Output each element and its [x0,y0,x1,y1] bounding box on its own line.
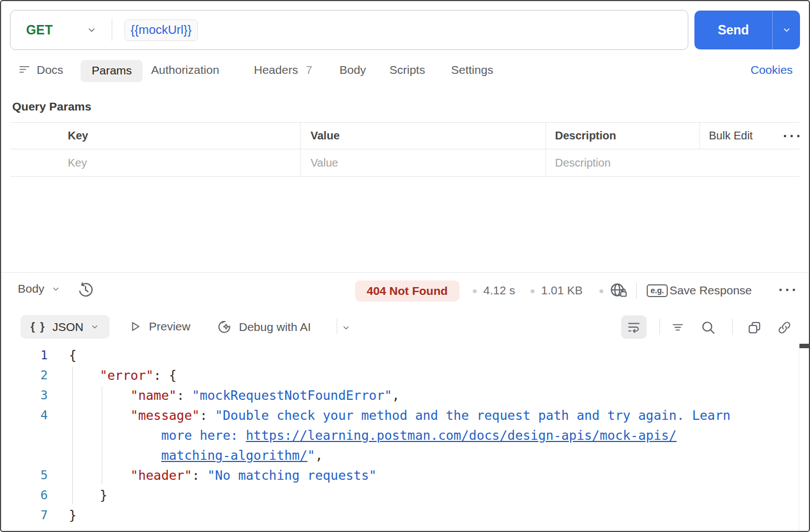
preview-label: Preview [149,320,191,333]
tab-authorization[interactable]: Authorization [151,63,219,77]
code-segment: : [177,388,192,403]
response-body-selector[interactable]: Body [18,282,61,295]
chevron-down-icon [782,25,792,35]
column-header-key: Key [68,129,88,142]
code-segment: "Double check your method and the reques… [215,408,731,423]
code-segment: { [69,348,77,363]
value-input[interactable]: Value [311,157,338,169]
code-link[interactable]: matching-algorithm/ [161,448,307,463]
code-text: } [69,505,77,525]
code-segment [69,388,131,403]
tab-label: Body [339,63,366,77]
tab-label: Scripts [389,63,425,77]
code-line: 2 "error": { [1,365,799,385]
table-row: Key Value Description [10,149,799,177]
column-header-description: Description [555,129,616,142]
status-badge: 404 Not Found [355,280,459,302]
key-input[interactable]: Key [68,157,87,169]
code-segment: } [69,488,107,503]
query-params-title: Query Params [12,100,91,113]
ellipsis-icon[interactable] [781,129,802,143]
code-segment: "name" [131,388,177,403]
bulk-edit-button[interactable]: Bulk Edit [709,129,753,142]
tab-settings[interactable]: Settings [451,63,493,77]
code-text: "message": "Double check your method and… [69,405,731,425]
toolbar-divider [636,283,637,299]
column-divider [300,149,301,177]
response-body-json: 1{2 "error": {3 "name": "mockRequestNotF… [1,345,799,532]
braces-icon: { } [31,320,46,333]
url-input[interactable]: {{mockUrl}} [124,19,198,41]
column-divider [546,149,546,177]
dot-separator [473,289,477,293]
scrollbar-track [799,345,799,532]
code-segment: "header" [131,468,192,483]
code-line: matching-algorithm/", [1,445,799,465]
chevron-down-icon[interactable] [341,323,351,333]
code-segment: } [69,508,77,523]
code-line: 6 } [1,485,799,505]
doc-lines-icon [18,63,31,77]
tab-params[interactable]: Params [81,60,143,82]
code-line: 1{ [1,345,799,365]
word-wrap-icon[interactable] [621,315,647,339]
scrollbar-thumb[interactable] [799,344,810,348]
response-viewer-toolbar: { } JSON Preview Debug with AI [1,314,809,340]
tab-label: Params [92,64,132,77]
toolbar-divider [659,319,660,334]
code-segment [69,428,161,443]
toolbar-divider [337,319,337,334]
method-selector[interactable]: GET [11,23,112,38]
format-selector[interactable]: { } JSON [21,315,109,339]
dot-separator [531,289,534,293]
send-button[interactable]: Send [694,11,800,49]
code-segment [69,448,161,463]
code-text: more here: https://learning.postman.com/… [69,425,677,445]
cookies-link[interactable]: Cookies [751,63,793,77]
debug-with-ai-button[interactable]: Debug with AI [217,319,311,335]
code-lines: 1{2 "error": {3 "name": "mockRequestNotF… [1,345,799,525]
response-size: 1.01 KB [541,284,583,297]
code-text: "error": { [69,365,177,385]
code-segment: " [307,448,315,463]
code-segment: : [192,468,208,483]
tab-label: Docs [37,63,63,77]
link-chain-icon[interactable] [777,320,792,335]
chevron-down-icon [90,322,99,332]
ellipsis-icon[interactable] [778,283,797,297]
send-options-button[interactable] [773,25,800,35]
history-clock-icon[interactable] [77,281,94,299]
copy-icon[interactable] [747,320,762,335]
magnifier-icon[interactable] [700,319,717,336]
code-segment: "mockRequestNotFoundError" [192,388,392,403]
tab-body[interactable]: Body [339,63,366,77]
code-link[interactable]: https://learning.postman.com/docs/design… [246,428,677,443]
code-text: } [69,485,107,505]
method-label: GET [26,23,53,38]
globe-lock-icon[interactable] [610,281,629,299]
line-number: 3 [21,385,48,405]
filter-lines-icon[interactable] [670,320,686,334]
dot-separator [599,289,603,293]
chevron-down-icon [86,24,97,36]
code-text: "header": "No matching requests" [69,465,377,485]
tab-headers[interactable]: Headers 7 [254,63,312,77]
code-text: { [69,345,77,365]
tab-docs[interactable]: Docs [18,63,63,77]
tab-scripts[interactable]: Scripts [389,63,425,77]
code-line: 7} [1,505,799,525]
toolbar-divider [732,319,733,334]
request-window: GET {{mockUrl}} Send Docs Params Authori… [0,0,810,532]
response-time: 4.12 s [483,284,515,297]
response-body-label: Body [18,282,44,295]
save-response-button[interactable]: Save Response [669,284,752,297]
send-label: Send [694,23,772,38]
line-number: 6 [21,485,48,505]
preview-button[interactable]: Preview [128,319,191,334]
description-input[interactable]: Description [555,157,611,169]
column-divider [699,123,700,149]
column-divider [300,123,301,149]
query-params-table: Key Value Description Bulk Edit Key Valu… [10,122,799,177]
debug-with-ai-label: Debug with AI [239,320,311,334]
tab-label: Settings [451,63,493,77]
